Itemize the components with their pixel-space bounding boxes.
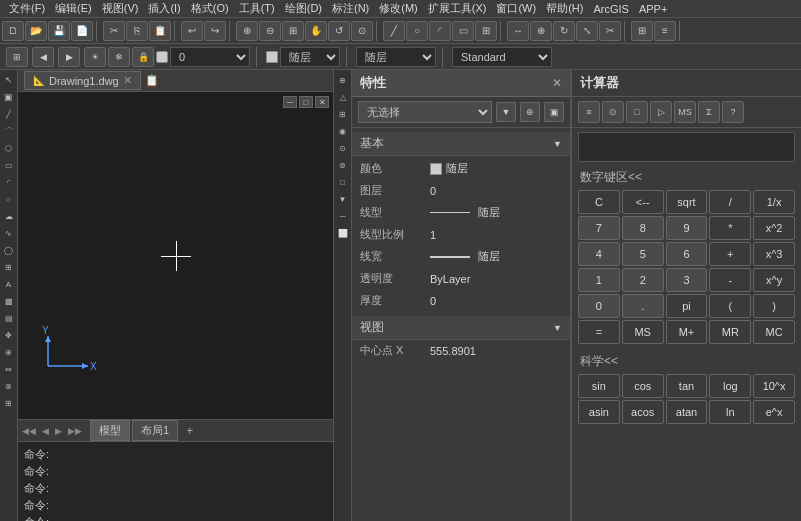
props-btn-filter[interactable]: ▣: [544, 102, 564, 122]
color-dropdown[interactable]: 随层: [280, 47, 340, 67]
calc-btn-asin[interactable]: asin: [578, 400, 620, 424]
menu-tools[interactable]: 工具(T): [234, 1, 280, 16]
calc-btn-sin[interactable]: sin: [578, 374, 620, 398]
tool-arc[interactable]: ◜: [1, 174, 17, 190]
calc-btn-1[interactable]: 1: [578, 268, 620, 292]
layer-lock-icon[interactable]: 🔒: [132, 47, 154, 67]
tb-new[interactable]: 🗋: [2, 21, 24, 41]
canvas-model-tab[interactable]: 模型: [90, 420, 130, 441]
calc-btn-pi[interactable]: pi: [666, 294, 708, 318]
calc-tb-circle[interactable]: ⊙: [602, 101, 624, 123]
tool-copy-obj[interactable]: ⊕: [1, 344, 17, 360]
calc-btn-tan[interactable]: tan: [666, 374, 708, 398]
canvas-nav-left[interactable]: ◀: [42, 426, 49, 436]
calc-btn-7[interactable]: 7: [578, 216, 620, 240]
tool-rect[interactable]: ▭: [1, 157, 17, 173]
calc-tb-sigma[interactable]: Σ: [698, 101, 720, 123]
calc-tb-help[interactable]: ?: [722, 101, 744, 123]
calc-tb-play[interactable]: ▷: [650, 101, 672, 123]
tb-layer-prev[interactable]: ◀: [32, 47, 54, 67]
canvas-tab[interactable]: 📐 Drawing1.dwg ✕: [24, 71, 141, 90]
canvas-tab-close[interactable]: ✕: [123, 74, 132, 87]
menu-app[interactable]: APP+: [634, 3, 672, 15]
calc-btn-div[interactable]: /: [709, 190, 751, 214]
tb-move[interactable]: ↔: [507, 21, 529, 41]
right-tool-osnap[interactable]: ⊙: [335, 140, 351, 156]
tool-hatch[interactable]: ▩: [1, 293, 17, 309]
calc-tb-box[interactable]: □: [626, 101, 648, 123]
font-dropdown[interactable]: Standard: [452, 47, 552, 67]
right-tool-polar[interactable]: ◉: [335, 123, 351, 139]
canvas-layout1-tab[interactable]: 布局1: [132, 420, 178, 441]
menu-window[interactable]: 窗口(W): [491, 1, 541, 16]
tb-pan[interactable]: ✋: [305, 21, 327, 41]
tb-save[interactable]: 💾: [48, 21, 70, 41]
calc-btn-dot[interactable]: .: [622, 294, 664, 318]
calc-btn-5[interactable]: 5: [622, 242, 664, 266]
tb-layer[interactable]: ⊞: [631, 21, 653, 41]
calc-btn-mul[interactable]: *: [709, 216, 751, 240]
linetype-dropdown[interactable]: 随层: [356, 47, 436, 67]
calc-btn-eq[interactable]: =: [578, 320, 620, 344]
menu-format[interactable]: 格式(O): [186, 1, 234, 16]
layer-dropdown[interactable]: 0: [170, 47, 250, 67]
right-tool-otrack[interactable]: ⊛: [335, 157, 351, 173]
menu-arcgis[interactable]: ArcGIS: [588, 3, 633, 15]
tool-insert[interactable]: ⊞: [1, 259, 17, 275]
tool-select2[interactable]: ▣: [1, 89, 17, 105]
tb-paste[interactable]: 📋: [149, 21, 171, 41]
calc-btn-6[interactable]: 6: [666, 242, 708, 266]
calc-btn-2[interactable]: 2: [622, 268, 664, 292]
tool-circle[interactable]: ○: [1, 191, 17, 207]
calc-btn-xy[interactable]: x^y: [753, 268, 795, 292]
calc-btn-8[interactable]: 8: [622, 216, 664, 240]
calc-btn-sqrt[interactable]: sqrt: [666, 190, 708, 214]
tool-spline[interactable]: ∿: [1, 225, 17, 241]
calc-btn-x2[interactable]: x^2: [753, 216, 795, 240]
tb-open[interactable]: 📂: [25, 21, 47, 41]
props-btn-toggle[interactable]: ▼: [496, 102, 516, 122]
calc-btn-ms-store[interactable]: MS: [622, 320, 664, 344]
tb-layer-icon[interactable]: ⊞: [6, 47, 28, 67]
calc-btn-add[interactable]: +: [709, 242, 751, 266]
calc-btn-3[interactable]: 3: [666, 268, 708, 292]
menu-view[interactable]: 视图(V): [97, 1, 144, 16]
calc-btn-ex[interactable]: e^x: [753, 400, 795, 424]
tb-arc[interactable]: ◜: [429, 21, 451, 41]
tb-hatch[interactable]: ⊞: [475, 21, 497, 41]
props-object-select[interactable]: 无选择: [358, 101, 492, 123]
tb-scale[interactable]: ⤡: [576, 21, 598, 41]
canvas-viewport[interactable]: ─ □ ✕ Y X: [18, 92, 333, 419]
calc-btn-mr[interactable]: MR: [709, 320, 751, 344]
right-tool-track[interactable]: △: [335, 89, 351, 105]
menu-dim[interactable]: 标注(N): [327, 1, 374, 16]
right-tool-dyn[interactable]: ▼: [335, 191, 351, 207]
tb-regen[interactable]: ↺: [328, 21, 350, 41]
calc-btn-atan[interactable]: atan: [666, 400, 708, 424]
menu-help[interactable]: 帮助(H): [541, 1, 588, 16]
canvas-nav-next[interactable]: ▶▶: [68, 426, 82, 436]
calc-btn-sub[interactable]: -: [709, 268, 751, 292]
tb-props[interactable]: ≡: [654, 21, 676, 41]
tb-zoom-prev[interactable]: ⊙: [351, 21, 373, 41]
tb-trim[interactable]: ✂: [599, 21, 621, 41]
tool-offset[interactable]: ⊛: [1, 378, 17, 394]
tool-gradient[interactable]: ▤: [1, 310, 17, 326]
calc-btn-log[interactable]: log: [709, 374, 751, 398]
tool-line[interactable]: ╱: [1, 106, 17, 122]
tool-mtext[interactable]: A: [1, 276, 17, 292]
menu-edit[interactable]: 编辑(E): [50, 1, 97, 16]
layer-freeze-icon[interactable]: ❄: [108, 47, 130, 67]
tb-cut[interactable]: ✂: [103, 21, 125, 41]
calc-btn-acos[interactable]: acos: [622, 400, 664, 424]
calc-btn-ln[interactable]: ln: [709, 400, 751, 424]
canvas-tab-new[interactable]: 📋: [145, 74, 159, 87]
tool-select[interactable]: ↖: [1, 72, 17, 88]
menu-file[interactable]: 文件(F): [4, 1, 50, 16]
calc-btn-x3[interactable]: x^3: [753, 242, 795, 266]
right-tool-lw[interactable]: ─: [335, 208, 351, 224]
tb-zoom-out[interactable]: ⊖: [259, 21, 281, 41]
right-tool-model[interactable]: ⬜: [335, 225, 351, 241]
tb-layer-next[interactable]: ▶: [58, 47, 80, 67]
tool-ellipse[interactable]: ◯: [1, 242, 17, 258]
